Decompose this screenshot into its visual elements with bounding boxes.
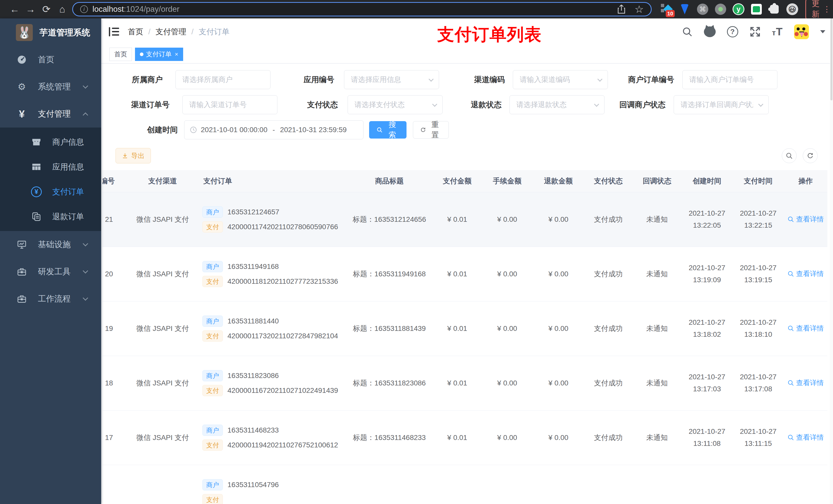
- sidebar-item-home[interactable]: 首页: [0, 46, 101, 73]
- create-time-range-input[interactable]: 2021-10-01 00:00:00 - 2021-10-31 23:59:5…: [184, 120, 363, 139]
- refresh-table-button[interactable]: [803, 148, 818, 163]
- extension-badge: 10: [666, 10, 675, 17]
- extension-icon-2[interactable]: [679, 3, 691, 15]
- cell-title: 标题：1635311949168: [346, 247, 433, 301]
- search-icon[interactable]: [682, 26, 693, 37]
- table-row[interactable]: 20 微信 JSAPI 支付 商户1635311949168 支付4200001…: [102, 247, 827, 301]
- cell-pay-order: 商户1635311823086 支付4200001167202110271022…: [195, 356, 346, 410]
- table-row[interactable]: 21 微信 JSAPI 支付 商户1635312124657 支付4200001…: [102, 192, 827, 247]
- sidebar-item-infra[interactable]: 基础设施: [0, 231, 101, 258]
- download-icon: [122, 153, 128, 159]
- toggle-search-icon-button[interactable]: [782, 148, 796, 163]
- extension-icon-3[interactable]: ⌘: [697, 3, 709, 15]
- browser-menu-icon[interactable]: ⋮: [823, 5, 831, 14]
- table-row[interactable]: 商户1635311054796 支付: [102, 465, 827, 504]
- cell-fee: ¥ 0.00: [481, 410, 533, 465]
- avatar-caret-icon[interactable]: [820, 30, 825, 33]
- profile-avatar[interactable]: 😃: [786, 3, 798, 15]
- merchant-select-input[interactable]: [175, 70, 270, 89]
- tab-pay-order[interactable]: 支付订单 ×: [135, 48, 183, 61]
- cell-notify-status: 未通知: [633, 247, 681, 301]
- cell-notify-status: [633, 465, 681, 504]
- extension-icon-5[interactable]: y: [733, 3, 744, 15]
- sidebar-item-pay-order[interactable]: ¥ 支付订单: [0, 179, 101, 204]
- dashboard-icon: [16, 55, 27, 65]
- sidebar-item-refund-order[interactable]: 退款订单: [0, 204, 101, 229]
- channel-code-select-input[interactable]: [513, 70, 608, 89]
- table-header-row: 编号 支付渠道 支付订单 商品标题 支付金额 手续金额 退款金额 支付状态 回调…: [102, 170, 827, 192]
- filter-label-channel-order-no: 渠道订单号: [131, 100, 170, 110]
- cell-pay-status: 支付成功: [584, 410, 633, 465]
- col-title: 商品标题: [346, 170, 433, 192]
- breadcrumb-payment[interactable]: 支付管理: [156, 27, 186, 37]
- app-select-input[interactable]: [344, 70, 439, 89]
- cell-created: 2021-10-2713:22:05: [681, 192, 733, 247]
- table-row[interactable]: 17 微信 JSAPI 支付 商户1635311468233 支付4200001…: [102, 410, 827, 465]
- view-details-link[interactable]: 查看详情: [787, 324, 824, 333]
- cell-id: 18: [102, 356, 130, 410]
- extensions-puzzle-icon[interactable]: [768, 3, 780, 15]
- app-logo-row[interactable]: 🐰 芋道管理系统: [0, 19, 101, 46]
- navbar-actions: ? тT: [682, 24, 825, 39]
- extension-icon-1[interactable]: 10: [661, 3, 673, 15]
- reset-button[interactable]: 重置: [413, 121, 449, 139]
- pay-tag: 支付: [203, 221, 223, 233]
- cell-notify-status: 未通知: [633, 301, 681, 356]
- cell-title: 标题：1635311468233: [346, 410, 433, 465]
- font-size-icon[interactable]: тT: [772, 26, 783, 38]
- user-avatar[interactable]: [794, 24, 809, 39]
- notify-status-select-input[interactable]: [674, 95, 769, 114]
- back-icon[interactable]: ←: [7, 4, 23, 15]
- pay-status-select-input[interactable]: [348, 95, 443, 114]
- export-button[interactable]: 导出: [116, 148, 151, 163]
- cell-channel: 微信 JSAPI 支付: [130, 410, 195, 465]
- home-icon[interactable]: ⌂: [54, 4, 70, 15]
- github-icon[interactable]: [704, 26, 716, 37]
- filter-label-app: 应用编号: [304, 74, 334, 85]
- sidebar-item-app-info[interactable]: 应用信息: [0, 154, 101, 179]
- forward-icon[interactable]: →: [23, 4, 39, 15]
- refund-status-select-input[interactable]: [509, 95, 604, 114]
- tab-home[interactable]: 首页: [110, 48, 132, 61]
- table-row[interactable]: 19 微信 JSAPI 支付 商户1635311881440 支付4200001…: [102, 301, 827, 356]
- address-bar[interactable]: i localhost:1024/pay/order ☆: [72, 2, 652, 16]
- pay-tag: 支付: [203, 276, 223, 287]
- sidebar-item-workflow[interactable]: 工作流程: [0, 285, 101, 312]
- close-icon[interactable]: ×: [175, 51, 178, 58]
- hamburger-icon[interactable]: [109, 27, 119, 37]
- sidebar-item-payment[interactable]: ¥ 支付管理: [0, 100, 101, 127]
- sidebar-item-system[interactable]: ⚙ 系统管理: [0, 73, 101, 100]
- filter-label-merchant-order-no: 商户订单编号: [628, 74, 674, 85]
- yen-icon: ¥: [16, 108, 27, 120]
- view-details-link[interactable]: 查看详情: [787, 215, 824, 224]
- extension-icon-4[interactable]: [715, 3, 727, 15]
- storefront-icon: [31, 137, 42, 147]
- search-button[interactable]: 搜索: [369, 121, 406, 139]
- chevron-down-icon: [83, 295, 88, 301]
- magnifier-icon: [787, 434, 794, 441]
- breadcrumb-home[interactable]: 首页: [128, 27, 143, 37]
- fullscreen-icon[interactable]: [749, 26, 761, 38]
- share-icon[interactable]: [617, 4, 626, 14]
- merchant-order-no-input[interactable]: [682, 70, 778, 89]
- chevron-down-icon: [83, 268, 88, 273]
- extension-icon-6[interactable]: [751, 3, 762, 15]
- site-info-icon[interactable]: i: [80, 5, 88, 13]
- scrollbar[interactable]: [830, 19, 833, 504]
- merchant-tag: 商户: [203, 425, 223, 436]
- cell-refund: ¥ 0.00: [533, 301, 584, 356]
- view-details-link[interactable]: 查看详情: [787, 269, 824, 279]
- cell-pay-status: 支付成功: [584, 192, 633, 247]
- clock-icon: [190, 126, 197, 134]
- view-details-link[interactable]: 查看详情: [787, 433, 824, 442]
- view-details-link[interactable]: 查看详情: [787, 378, 824, 387]
- table-row[interactable]: 18 微信 JSAPI 支付 商户1635311823086 支付4200001…: [102, 356, 827, 410]
- col-pay-order: 支付订单: [195, 170, 346, 192]
- refresh-icon: [807, 152, 814, 159]
- sidebar-item-devtools[interactable]: 研发工具: [0, 258, 101, 285]
- bookmark-star-icon[interactable]: ☆: [635, 3, 644, 15]
- channel-order-no-input[interactable]: [182, 95, 278, 114]
- help-icon[interactable]: ?: [727, 26, 738, 38]
- reload-icon[interactable]: ⟳: [39, 4, 54, 15]
- sidebar-item-merchant-info[interactable]: 商户信息: [0, 129, 101, 154]
